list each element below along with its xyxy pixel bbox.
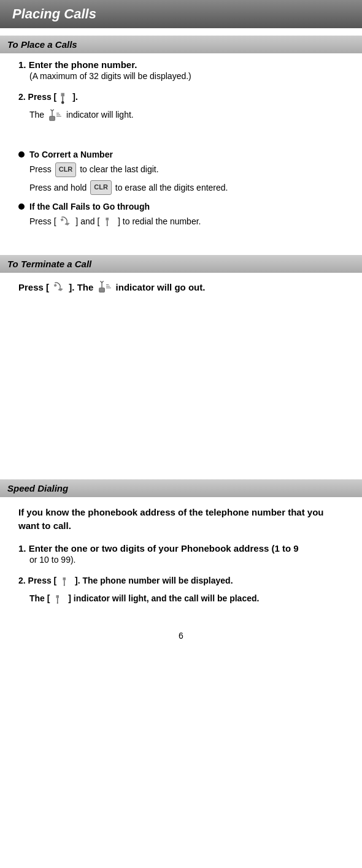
place-step2-sub: The indicator will light. [18, 107, 344, 123]
speed-intro: If you know the phonebook address of the… [18, 506, 344, 533]
terminate-content: Press [ ]. The indicator will go out. [0, 279, 362, 295]
speed-step1-title: 1. Enter the one or two digits of your P… [18, 543, 344, 554]
antenna-icon-1 [48, 108, 64, 123]
svg-point-8 [107, 225, 108, 226]
place-step2-title: 2. Press [ ]. [18, 89, 344, 105]
speed-step1: 1. Enter the one or two digits of your P… [18, 543, 344, 565]
phone-speed-indicator-icon [53, 593, 64, 604]
bullet1-title: To Corrert a Number [18, 150, 344, 159]
phone-dial-icon [103, 216, 114, 227]
section-header-place: To Place a Calls [0, 36, 362, 53]
place-step2-label: 2. Press [ [18, 89, 56, 105]
bullet2-title: If the Call Fails to Go through [18, 202, 344, 211]
phone-up-icon [58, 91, 71, 104]
speed-dialing-content: If you know the phonebook address of the… [0, 506, 362, 606]
place-calls-content: 1. Enter the phone number. (A maximum of… [0, 59, 362, 229]
svg-line-4 [52, 109, 54, 111]
place-step1: 1. Enter the phone number. (A maximum of… [18, 59, 344, 81]
place-step2-indicator: indicator will light. [66, 107, 134, 123]
clr-button-1: CLR [55, 162, 77, 177]
svg-point-0 [62, 101, 64, 103]
section-label-terminate: To Terminate a Call [7, 259, 91, 269]
page-title: Placing Calls [12, 6, 350, 22]
page-header: Placing Calls [0, 0, 362, 28]
terminate-indicator: indicator will go out. [116, 279, 206, 295]
antenna-icon-2 [98, 280, 114, 294]
speed-step2: 2. Press [ ]. The phone number will be d… [18, 573, 344, 606]
place-step1-sub: (A maximum of 32 digits will be displaye… [18, 71, 344, 81]
speed-step2-title: 2. Press [ ]. The phone number will be d… [18, 573, 344, 588]
bullet-correct-number: To Corrert a Number Press CLR to clear t… [18, 150, 344, 195]
page-number: 6 [0, 631, 362, 653]
section-label-place: To Place a Calls [7, 39, 77, 50]
bullet1-line2: Press and hold CLR to erase all the digi… [29, 180, 344, 196]
bullet2-line: Press [ ] and [ ] to r [29, 214, 344, 229]
bullet-dot-2 [18, 204, 25, 210]
svg-point-16 [64, 584, 65, 585]
place-step2: 2. Press [ ]. The [18, 89, 344, 123]
bullet1-line1: Press CLR to clear the last digit. [29, 162, 344, 177]
bullet-call-fails: If the Call Fails to Go through Press [ … [18, 202, 344, 229]
bullet1-body: Press CLR to clear the last digit. Press… [18, 162, 344, 195]
bullet-dot-1 [18, 151, 25, 158]
speed-step2-sub: The [ ] indicator will light, and the ca… [18, 591, 344, 606]
svg-rect-1 [50, 116, 55, 121]
phone-terminate-icon [53, 281, 65, 293]
phone-redial-icon [60, 215, 72, 227]
phone-speed-icon [60, 576, 71, 587]
section-header-speed: Speed Dialing [0, 479, 362, 497]
terminate-line: Press [ ]. The indicator will go out. [18, 279, 344, 295]
svg-line-12 [102, 281, 104, 283]
svg-point-17 [57, 602, 58, 603]
section-header-terminate: To Terminate a Call [0, 255, 362, 273]
bullet2-body: Press [ ] and [ ] to r [18, 214, 344, 229]
clr-button-2: CLR [90, 180, 112, 195]
place-step1-title: 1. Enter the phone number. [18, 59, 344, 70]
section-label-speed: Speed Dialing [7, 483, 68, 493]
speed-step1-sub: or 10 to 99). [18, 555, 344, 565]
svg-rect-9 [99, 288, 104, 292]
